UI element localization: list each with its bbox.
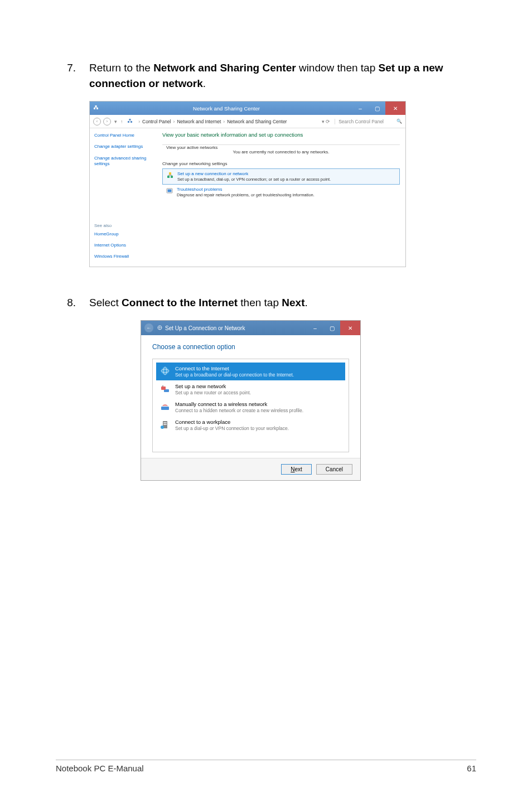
dialog-footer: Next Cancel [141,458,360,480]
forward-button[interactable]: › [103,118,111,125]
option-workplace-desc: Set up a dial-up or VPN connection to yo… [175,426,289,431]
dialog-title-icon [157,325,163,332]
troubleshoot-icon [166,187,173,195]
svg-rect-22 [164,424,165,425]
troubleshoot-action[interactable]: Troubleshoot problems Diagnose and repai… [162,185,400,200]
troubleshoot-title: Troubleshoot problems [177,187,315,192]
option-connect-internet[interactable]: Connect to the Internet Set up a broadba… [156,363,345,380]
setup-connection-dialog: ← Set Up a Connection or Network – ▢ ✕ C… [141,320,361,481]
setup-connection-desc: Set up a broadband, dial-up, or VPN conn… [177,177,331,182]
search-placeholder: Search Control Panel [338,119,384,124]
globe-icon [159,365,171,376]
setup-connection-title: Set up a new connection or network [177,171,331,176]
window-titlebar: Network and Sharing Center – ▢ ✕ [90,102,405,115]
setup-connection-action[interactable]: Set up a new connection or network Set u… [162,168,400,185]
wireless-icon [159,401,171,412]
address-bar: ‹ › ▾ ↑ › Control Panel › Network and In… [90,115,405,128]
active-networks-label: View your active networks [165,145,219,150]
svg-rect-7 [171,176,173,178]
breadcrumb-control-panel[interactable]: Control Panel [142,119,171,124]
left-sidebar: Control Panel Home Change adapter settin… [90,128,157,267]
main-content: View your basic network information and … [157,128,405,267]
dialog-maximize-button[interactable]: ▢ [323,321,340,335]
control-panel-home-link[interactable]: Control Panel Home [94,133,152,138]
svg-rect-18 [161,407,169,410]
svg-rect-2 [95,105,97,107]
back-button[interactable]: ‹ [93,118,101,125]
option-connect-internet-desc: Set up a broadband or dial-up connection… [175,372,294,378]
building-icon [159,419,171,430]
window-title: Network and Sharing Center [101,105,352,112]
option-manual-wireless-title: Manually connect to a wireless network [175,401,303,407]
step-7-text: Return to the Network and Sharing Center… [89,60,476,91]
step-7: 7. Return to the Network and Sharing Cen… [56,60,476,91]
minimize-button[interactable]: – [352,102,369,115]
change-adapter-link[interactable]: Change adapter settings [94,144,152,149]
dialog-minimize-button[interactable]: – [307,321,323,335]
dialog-titlebar: ← Set Up a Connection or Network – ▢ ✕ [141,321,360,335]
network-sharing-center-window: Network and Sharing Center – ▢ ✕ ‹ › ▾ ↑… [89,101,406,267]
connection-options-list: Connect to the Internet Set up a broadba… [152,359,349,452]
step-8-number: 8. [56,295,76,311]
not-connected-text: You are currently not connected to any n… [233,149,329,154]
svg-rect-20 [164,422,165,423]
see-also-label: See also [94,223,152,228]
breadcrumb[interactable]: › Control Panel › Network and Internet ›… [135,119,317,124]
refresh-icon[interactable]: ▾ ⟳ [320,119,332,124]
option-workplace[interactable]: Connect to a workplace Set up a dial-up … [156,416,345,434]
network-icon [93,105,99,112]
breadcrumb-network-sharing[interactable]: Network and Sharing Center [227,119,287,124]
change-networking-label: Change your networking settings [162,161,400,166]
recent-dropdown-icon[interactable]: ▾ [113,119,118,124]
search-icon: 🔍 [385,119,402,124]
option-workplace-title: Connect to a workplace [175,419,289,425]
window-buttons: – ▢ ✕ [352,102,405,115]
dialog-back-button[interactable]: ← [144,323,153,332]
setup-connection-icon [166,171,174,179]
step-8-text: Select Connect to the Internet then tap … [89,295,476,311]
troubleshoot-desc: Diagnose and repair network problems, or… [177,192,315,197]
router-icon [159,383,171,394]
up-button[interactable]: ↑ [120,119,123,124]
option-connect-internet-title: Connect to the Internet [175,365,294,371]
option-new-network-title: Set up a new network [175,383,251,389]
svg-rect-4 [130,121,132,123]
svg-rect-21 [166,422,167,423]
step-7-number: 7. [56,60,76,91]
search-box[interactable]: Search Control Panel 🔍 [335,119,402,124]
page-number: 61 [467,764,476,773]
svg-rect-8 [169,172,171,175]
svg-point-24 [161,426,164,429]
svg-rect-3 [128,121,129,123]
network-icon-small [125,118,133,125]
svg-rect-5 [129,119,131,120]
close-button[interactable]: ✕ [385,102,405,115]
svg-rect-0 [94,108,95,109]
footer-title: Notebook PC E-Manual [56,764,144,773]
internet-options-link[interactable]: Internet Options [94,243,152,248]
breadcrumb-network-internet[interactable]: Network and Internet [177,119,221,124]
svg-rect-16 [161,386,166,390]
option-new-network-desc: Set up a new router or access point. [175,390,251,395]
svg-rect-23 [166,424,167,425]
svg-rect-6 [167,176,170,178]
svg-rect-10 [168,190,172,192]
main-heading: View your basic network information and … [162,132,400,138]
svg-point-17 [162,385,163,386]
windows-firewall-link[interactable]: Windows Firewall [94,254,152,259]
option-new-network[interactable]: Set up a new network Set up a new router… [156,380,345,398]
change-advanced-sharing-link[interactable]: Change advanced sharing settings [94,156,152,167]
step-8: 8. Select Connect to the Internet then t… [56,295,476,311]
cancel-button[interactable]: Cancel [316,464,352,475]
next-button[interactable]: Next [281,464,312,475]
option-manual-wireless[interactable]: Manually connect to a wireless network C… [156,398,345,416]
svg-rect-1 [96,108,98,109]
dialog-title: Set Up a Connection or Network [163,325,245,331]
option-manual-wireless-desc: Connect to a hidden network or create a … [175,408,303,413]
dialog-heading: Choose a connection option [152,343,349,351]
maximize-button[interactable]: ▢ [369,102,385,115]
homegroup-link[interactable]: HomeGroup [94,231,152,237]
page-footer: Notebook PC E-Manual 61 [56,760,476,773]
dialog-close-button[interactable]: ✕ [340,321,360,335]
svg-point-12 [161,367,169,375]
